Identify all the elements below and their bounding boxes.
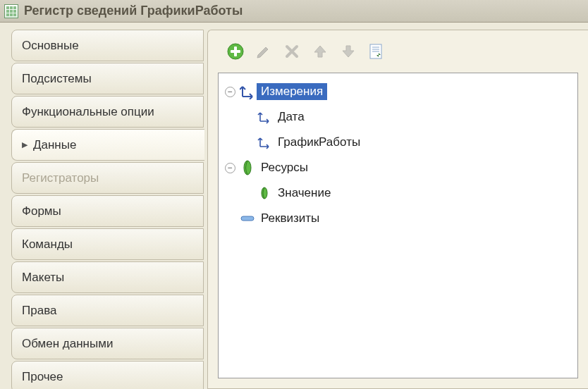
- svg-point-8: [262, 187, 267, 199]
- svg-rect-9: [241, 216, 254, 221]
- register-icon: [4, 4, 18, 18]
- tree-node-attributes[interactable]: Реквизиты: [221, 206, 575, 231]
- sidebar-item-label: Формы: [22, 204, 61, 218]
- move-down-button[interactable]: [338, 41, 359, 62]
- sidebar-item-layouts[interactable]: Макеты: [11, 261, 204, 293]
- tree-label: ГрафикРаботы: [274, 134, 365, 151]
- dimension-icon: [255, 135, 274, 149]
- tree-node-resources[interactable]: − Ресурсы: [221, 155, 575, 180]
- sheet-arrow-icon: [368, 43, 385, 60]
- sidebar-item-label: Подсистемы: [22, 72, 92, 86]
- sidebar-item-data[interactable]: Данные: [11, 129, 204, 161]
- tree-label: Дата: [274, 109, 309, 125]
- sidebar-item-forms[interactable]: Формы: [11, 195, 204, 227]
- sidebar-item-rights[interactable]: Права: [11, 295, 204, 326]
- move-up-button[interactable]: [310, 41, 331, 62]
- sidebar-item-label: Права: [22, 304, 56, 318]
- dimension-folder-icon: [238, 84, 257, 99]
- dimension-icon: [255, 110, 274, 124]
- resource-folder-icon: [238, 160, 257, 175]
- tree-label: Реквизиты: [257, 210, 324, 227]
- sidebar-item-subsystems[interactable]: Подсистемы: [11, 63, 204, 94]
- sidebar: Основные Подсистемы Функциональные опции…: [0, 30, 208, 389]
- tree-label: Значение: [274, 185, 335, 202]
- sidebar-item-label: Регистраторы: [22, 171, 99, 185]
- window-title: Регистр сведений ГрафикиРаботы: [24, 4, 243, 18]
- tree-node-dimensions[interactable]: − Измерения: [221, 79, 575, 104]
- arrow-up-icon: [312, 44, 328, 59]
- pencil-icon: [256, 44, 271, 59]
- arrow-down-icon: [341, 44, 356, 59]
- plus-circle-icon: [227, 43, 244, 60]
- svg-rect-2: [231, 50, 240, 53]
- toolbar: [208, 30, 588, 73]
- x-icon: [285, 44, 299, 58]
- main-panel: − Измерения Дата ГрафикРаботы −: [207, 30, 588, 389]
- sidebar-item-commands[interactable]: Команды: [11, 228, 204, 260]
- tree-node-work-schedule[interactable]: ГрафикРаботы: [221, 130, 575, 155]
- sidebar-item-func-options[interactable]: Функциональные опции: [11, 96, 204, 128]
- sidebar-item-label: Команды: [22, 237, 73, 252]
- titlebar: Регистр сведений ГрафикиРаботы: [0, 0, 588, 23]
- sidebar-item-exchange[interactable]: Обмен данными: [11, 328, 204, 359]
- sidebar-item-label: Основные: [22, 39, 79, 53]
- attribute-folder-icon: [238, 215, 257, 222]
- sidebar-item-registrars[interactable]: Регистраторы: [11, 162, 204, 194]
- sidebar-item-main[interactable]: Основные: [11, 30, 204, 61]
- sidebar-item-label: Обмен данными: [22, 337, 113, 351]
- collapse-icon[interactable]: −: [225, 87, 235, 97]
- sidebar-item-other[interactable]: Прочее: [11, 361, 204, 389]
- structure-tree: − Измерения Дата ГрафикРаботы −: [218, 73, 578, 378]
- svg-point-7: [244, 161, 251, 175]
- resource-icon: [255, 186, 274, 200]
- sidebar-item-label: Данные: [33, 138, 76, 152]
- tree-label: Ресурсы: [257, 159, 312, 176]
- add-button[interactable]: [225, 41, 246, 62]
- sidebar-item-label: Функциональные опции: [22, 105, 154, 119]
- tree-label: Измерения: [257, 83, 327, 100]
- sidebar-item-label: Прочее: [22, 370, 63, 384]
- delete-button[interactable]: [281, 41, 302, 62]
- edit-button[interactable]: [253, 41, 274, 62]
- tree-node-date[interactable]: Дата: [221, 104, 575, 130]
- body: Основные Подсистемы Функциональные опции…: [0, 23, 588, 389]
- tree-node-value[interactable]: Значение: [221, 180, 575, 206]
- sidebar-item-label: Макеты: [22, 271, 64, 285]
- collapse-icon[interactable]: −: [225, 163, 235, 173]
- properties-button[interactable]: [366, 41, 387, 62]
